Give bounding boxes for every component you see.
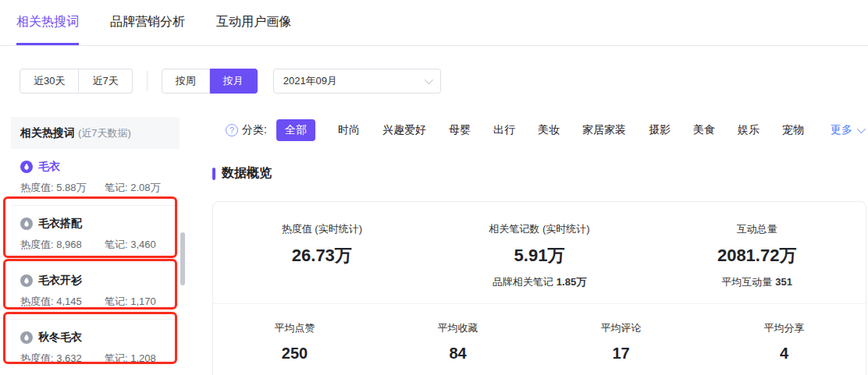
chevron-down-icon: [424, 76, 432, 84]
hot-search-sidebar: 相关热搜词(近7天数据) 毛衣 热度值: 5.88万 笔记: 2.08万 毛衣搭…: [11, 117, 180, 375]
keyword-name: 秋冬毛衣: [38, 331, 82, 345]
stat-related-notes: 相关笔记数 (实时统计) 5.91万 品牌相关笔记1.85万: [431, 222, 649, 289]
section-accent-bar: [212, 168, 215, 180]
more-categories-link[interactable]: 更多: [831, 123, 863, 137]
keyword-item-qiudong-maoyi[interactable]: 秋冬毛衣 热度值: 3,632 笔记: 1,208: [11, 319, 180, 375]
keyword-item-maoyi-kaishan[interactable]: 毛衣开衫 热度值: 4,145 笔记: 1,170: [11, 262, 180, 319]
month-select[interactable]: 2021年09月: [273, 69, 441, 94]
stat-avg-shares: 平均分享 4: [703, 321, 866, 363]
stat-avg-comments: 平均评论 17: [539, 321, 703, 363]
category-entertainment[interactable]: 娱乐: [738, 123, 760, 137]
stat-heat-value: 热度值 (实时统计) 26.73万: [213, 222, 431, 289]
category-photography[interactable]: 摄影: [649, 123, 671, 137]
sidebar-title: 相关热搜词: [20, 126, 75, 139]
period-button-group: 按周 按月: [162, 69, 258, 94]
stat-avg-favorites: 平均收藏 84: [376, 321, 539, 363]
tab-brand-marketing-analysis[interactable]: 品牌营销分析: [110, 0, 185, 45]
hot-drop-icon: [20, 161, 33, 173]
month-select-value: 2021年09月: [283, 74, 337, 88]
keyword-stats: 热度值: 4,145 笔记: 1,170: [20, 295, 170, 309]
keyword-stats: 热度值: 5.88万 笔记: 2.08万: [20, 181, 170, 195]
category-options: 全部 时尚 兴趣爱好 母婴 出行 美妆 家居家装 摄影 美食 娱乐 宠物: [276, 119, 821, 141]
category-label: 分类:: [242, 123, 267, 137]
category-all[interactable]: 全部: [276, 119, 315, 141]
hot-drop-icon: [20, 331, 33, 344]
keyword-stats: 热度值: 3,632 笔记: 1,208: [20, 352, 170, 366]
category-food[interactable]: 美食: [693, 123, 715, 137]
filter-row: 近30天 近7天 按周 按月 2021年09月: [20, 69, 441, 94]
category-mother-baby[interactable]: 母婴: [449, 123, 471, 137]
keyword-name: 毛衣搭配: [38, 217, 82, 231]
category-filter-row: ? 分类: 全部 时尚 兴趣爱好 母婴 出行 美妆 家居家装 摄影 美食 娱乐 …: [226, 119, 863, 142]
sidebar-scrollbar-thumb[interactable]: [180, 232, 185, 285]
data-overview-section-title: 数据概览: [212, 165, 272, 182]
overview-stats-card: 热度值 (实时统计) 26.73万 相关笔记数 (实时统计) 5.91万 品牌相…: [212, 201, 866, 375]
keyword-stats: 热度值: 8,968 笔记: 3,460: [20, 238, 170, 252]
top-tab-bar: 相关热搜词 品牌营销分析 互动用户画像: [0, 0, 868, 46]
section-title-text: 数据概览: [222, 165, 272, 182]
sidebar-header: 相关热搜词(近7天数据): [11, 117, 180, 149]
tab-interactive-user-profile[interactable]: 互动用户画像: [216, 0, 291, 45]
keyword-item-maoyi[interactable]: 毛衣 热度值: 5.88万 笔记: 2.08万: [11, 149, 180, 205]
category-beauty[interactable]: 美妆: [538, 123, 560, 137]
keyword-item-maoyi-dapei[interactable]: 毛衣搭配 热度值: 8,968 笔记: 3,460: [11, 205, 180, 262]
keyword-name: 毛衣: [38, 160, 60, 174]
category-travel[interactable]: 出行: [493, 123, 515, 137]
filter-divider: [147, 71, 148, 91]
category-hobby[interactable]: 兴趣爱好: [382, 123, 426, 137]
by-month-button[interactable]: 按月: [210, 69, 258, 94]
hot-drop-icon: [20, 218, 33, 230]
help-question-icon[interactable]: ?: [226, 124, 238, 136]
category-pets[interactable]: 宠物: [782, 123, 804, 137]
stat-avg-likes: 平均点赞 250: [213, 321, 376, 363]
secondary-stats-row: 平均点赞 250 平均收藏 84 平均评论 17 平均分享 4: [213, 304, 866, 363]
tab-related-hot-search[interactable]: 相关热搜词: [16, 0, 79, 45]
keyword-name: 毛衣开衫: [38, 274, 82, 288]
date-range-button-group: 近30天 近7天: [20, 69, 133, 94]
sidebar-subtitle: (近7天数据): [78, 127, 131, 139]
category-fashion[interactable]: 时尚: [338, 123, 360, 137]
last-7-days-button[interactable]: 近7天: [79, 69, 132, 94]
chevron-down-icon: [857, 125, 866, 133]
hot-drop-icon: [20, 274, 33, 287]
stat-total-interactions: 互动总量 2081.72万 平均互动量351: [648, 222, 866, 289]
by-week-button[interactable]: 按周: [162, 69, 210, 94]
category-home[interactable]: 家居家装: [582, 123, 626, 137]
primary-stats-row: 热度值 (实时统计) 26.73万 相关笔记数 (实时统计) 5.91万 品牌相…: [213, 202, 866, 289]
last-30-days-button[interactable]: 近30天: [20, 69, 79, 94]
